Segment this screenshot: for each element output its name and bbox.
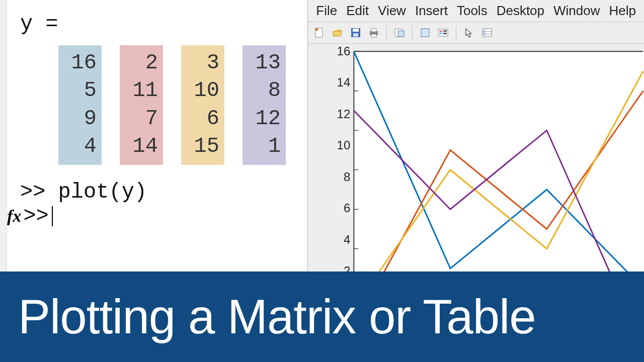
menu-window[interactable]: Window bbox=[549, 2, 604, 20]
page-setup-icon[interactable] bbox=[392, 25, 407, 40]
svg-rect-1 bbox=[315, 28, 318, 31]
menu-help[interactable]: Help bbox=[605, 2, 640, 20]
data-cursor-icon[interactable] bbox=[418, 25, 433, 40]
svg-rect-14 bbox=[443, 30, 447, 32]
svg-rect-7 bbox=[371, 34, 376, 37]
ytick-label: 4 bbox=[344, 233, 350, 247]
ytick-label: 8 bbox=[344, 170, 350, 184]
menu-view[interactable]: View bbox=[374, 2, 410, 20]
matrix-col-4: 13 8 12 1 bbox=[243, 45, 286, 165]
svg-rect-10 bbox=[421, 29, 429, 37]
svg-rect-13 bbox=[440, 33, 442, 34]
figure-toolbar bbox=[308, 22, 644, 44]
title-banner: Plotting a Matrix or Table bbox=[0, 272, 644, 362]
svg-rect-9 bbox=[398, 31, 404, 37]
svg-rect-4 bbox=[353, 33, 358, 37]
matrix-display: 16 5 9 4 2 11 7 14 3 10 6 15 bbox=[58, 45, 292, 165]
figure-window: File Edit View Insert Tools Desktop Wind… bbox=[307, 0, 644, 272]
axes-area: 161412108642 bbox=[308, 44, 644, 272]
save-icon[interactable] bbox=[348, 25, 363, 40]
fx-icon[interactable]: fx bbox=[7, 207, 21, 226]
menu-file[interactable]: File bbox=[312, 2, 341, 20]
svg-rect-15 bbox=[443, 33, 447, 34]
matrix-col-3: 3 10 6 15 bbox=[181, 45, 224, 165]
svg-rect-12 bbox=[440, 31, 442, 32]
variable-label: y = bbox=[20, 12, 292, 36]
prompt-line-1: >> plot(y) bbox=[20, 180, 147, 204]
print-icon[interactable] bbox=[366, 25, 381, 40]
open-icon[interactable] bbox=[330, 25, 345, 40]
svg-rect-3 bbox=[353, 29, 359, 32]
svg-rect-6 bbox=[371, 29, 376, 32]
prompt-line-2[interactable]: >> bbox=[23, 204, 48, 228]
properties-icon[interactable] bbox=[479, 25, 495, 40]
ytick-label: 10 bbox=[337, 138, 351, 152]
figure-menubar: File Edit View Insert Tools Desktop Wind… bbox=[308, 0, 644, 22]
matrix-col-2: 2 11 7 14 bbox=[120, 45, 163, 165]
legend-icon[interactable] bbox=[436, 25, 451, 40]
menu-tools[interactable]: Tools bbox=[453, 2, 492, 20]
text-cursor bbox=[52, 206, 53, 226]
svg-rect-17 bbox=[482, 29, 486, 37]
command-window: y = 16 5 9 4 2 11 7 14 3 10 6 bbox=[0, 0, 307, 272]
menu-insert[interactable]: Insert bbox=[411, 2, 452, 20]
ytick-label: 6 bbox=[344, 201, 350, 215]
pointer-icon[interactable] bbox=[461, 25, 476, 40]
ytick-label: 12 bbox=[337, 107, 351, 121]
ytick-label: 16 bbox=[337, 44, 351, 58]
command-window-gutter bbox=[0, 0, 7, 272]
menu-desktop[interactable]: Desktop bbox=[493, 2, 548, 20]
y-axis-ticks: 161412108642 bbox=[330, 51, 350, 272]
ytick-label: 14 bbox=[337, 75, 351, 89]
matrix-col-1: 16 5 9 4 bbox=[58, 45, 102, 165]
new-icon[interactable] bbox=[312, 25, 327, 40]
banner-title: Plotting a Matrix or Table bbox=[18, 289, 536, 344]
menu-edit[interactable]: Edit bbox=[342, 2, 373, 20]
